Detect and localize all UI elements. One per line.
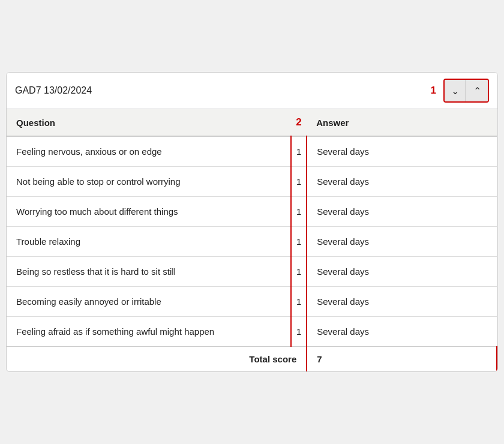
col-header-answer: Answer: [307, 109, 497, 136]
table-row: Feeling nervous, anxious or on edge1Seve…: [7, 136, 497, 167]
card-title: GAD7 13/02/2024: [15, 85, 92, 96]
answer-cell: Several days: [307, 167, 497, 197]
question-cell: Worrying too much about different things: [7, 197, 291, 227]
badge-2: 2: [296, 116, 301, 128]
nav-up-button[interactable]: ⌃: [466, 80, 488, 101]
total-score: 7: [307, 347, 497, 372]
answer-cell: Several days: [307, 227, 497, 257]
answer-cell: Several days: [307, 136, 497, 167]
score-cell: 1: [291, 317, 307, 347]
header-right: 1 ⌄ ⌃: [431, 79, 489, 103]
score-cell: 1: [291, 227, 307, 257]
total-row: Total score 7: [7, 347, 497, 372]
table-row: Being so restless that it is hard to sit…: [7, 257, 497, 287]
score-cell: 1: [291, 257, 307, 287]
table-header-row: Question 2 Answer: [7, 109, 497, 136]
table-row: Not being able to stop or control worryi…: [7, 167, 497, 197]
question-cell: Being so restless that it is hard to sit…: [7, 257, 291, 287]
total-label: Total score: [7, 347, 307, 372]
table-row: Feeling afraid as if something awful mig…: [7, 317, 497, 347]
question-cell: Trouble relaxing: [7, 227, 291, 257]
answer-cell: Several days: [307, 197, 497, 227]
answer-cell: Several days: [307, 287, 497, 317]
question-cell: Becoming easily annoyed or irritable: [7, 287, 291, 317]
question-cell: Feeling afraid as if something awful mig…: [7, 317, 291, 347]
table-row: Becoming easily annoyed or irritable1Sev…: [7, 287, 497, 317]
answer-cell: Several days: [307, 257, 497, 287]
badge-1: 1: [431, 85, 436, 97]
card-header: GAD7 13/02/2024 1 ⌄ ⌃: [7, 73, 497, 109]
table-row: Worrying too much about different things…: [7, 197, 497, 227]
score-cell: 1: [291, 197, 307, 227]
col-header-question: Question: [7, 109, 291, 136]
nav-down-button[interactable]: ⌄: [445, 80, 466, 101]
answer-cell: Several days: [307, 317, 497, 347]
gad7-table: Question 2 Answer Feeling nervous, anxio…: [7, 109, 497, 371]
question-cell: Not being able to stop or control worryi…: [7, 167, 291, 197]
score-cell: 1: [291, 136, 307, 167]
score-cell: 1: [291, 287, 307, 317]
table-row: Trouble relaxing1Several days: [7, 227, 497, 257]
question-cell: Feeling nervous, anxious or on edge: [7, 136, 291, 167]
nav-btn-group: ⌄ ⌃: [443, 79, 489, 103]
score-cell: 1: [291, 167, 307, 197]
gad7-card: GAD7 13/02/2024 1 ⌄ ⌃ Question 2 Answer …: [6, 72, 498, 372]
col-header-badge2: 2: [291, 109, 307, 136]
